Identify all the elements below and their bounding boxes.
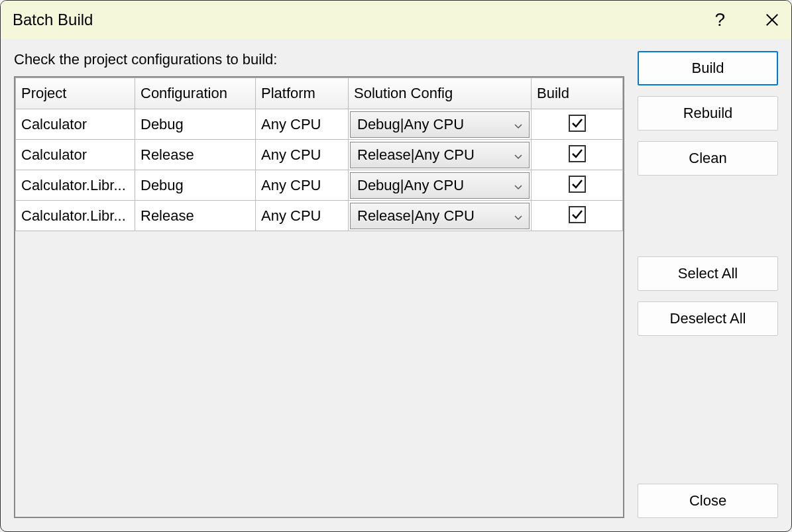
- cell-project: Calculator: [16, 140, 135, 170]
- solution-config-dropdown[interactable]: Release|Any CPU: [350, 142, 530, 168]
- cell-platform: Any CPU: [256, 170, 349, 201]
- solution-config-dropdown[interactable]: Debug|Any CPU: [350, 111, 530, 138]
- titlebar: Batch Build ?: [1, 1, 791, 39]
- batch-build-dialog: Batch Build ? Check the project configur…: [0, 0, 792, 532]
- cell-platform: Any CPU: [256, 201, 349, 231]
- table-row[interactable]: Calculator Debug Any CPU Debug|Any CPU: [16, 109, 623, 140]
- config-grid: Project Configuration Platform Solution …: [14, 76, 624, 518]
- help-icon[interactable]: ?: [714, 9, 725, 30]
- cell-project: Calculator.Libr...: [16, 201, 135, 231]
- col-header-platform[interactable]: Platform: [256, 78, 349, 109]
- chevron-down-icon: [514, 146, 522, 164]
- cell-solution-config: Debug|Any CPU: [349, 170, 532, 201]
- titlebar-controls: ?: [714, 9, 779, 30]
- cell-build: [532, 170, 623, 201]
- col-header-build[interactable]: Build: [532, 78, 623, 109]
- dropdown-value: Release|Any CPU: [357, 207, 475, 225]
- spacer: [638, 186, 778, 246]
- button-panel: Build Rebuild Clean Select All Deselect …: [638, 51, 778, 518]
- cell-project: Calculator: [16, 109, 135, 140]
- cell-build: [532, 201, 623, 231]
- close-icon[interactable]: [765, 13, 779, 27]
- solution-config-dropdown[interactable]: Release|Any CPU: [350, 203, 530, 229]
- build-checkbox[interactable]: [569, 176, 586, 193]
- cell-build: [532, 140, 623, 170]
- cell-solution-config: Debug|Any CPU: [349, 109, 532, 140]
- dialog-title: Batch Build: [13, 11, 93, 29]
- col-header-project[interactable]: Project: [16, 78, 135, 109]
- rebuild-button[interactable]: Rebuild: [638, 96, 778, 131]
- dialog-content: Check the project configurations to buil…: [1, 39, 791, 531]
- cell-solution-config: Release|Any CPU: [349, 140, 532, 170]
- dropdown-value: Release|Any CPU: [357, 146, 475, 164]
- chevron-down-icon: [514, 177, 522, 194]
- dropdown-value: Debug|Any CPU: [357, 116, 464, 133]
- table-row[interactable]: Calculator.Libr... Release Any CPU Relea…: [16, 201, 623, 231]
- cell-configuration: Release: [135, 201, 256, 231]
- table-row[interactable]: Calculator Release Any CPU Release|Any C…: [16, 140, 623, 170]
- build-checkbox[interactable]: [569, 206, 586, 223]
- left-pane: Check the project configurations to buil…: [14, 51, 624, 518]
- clean-button[interactable]: Clean: [638, 141, 778, 176]
- dropdown-value: Debug|Any CPU: [357, 177, 464, 194]
- cell-configuration: Debug: [135, 109, 256, 140]
- cell-platform: Any CPU: [256, 109, 349, 140]
- build-checkbox[interactable]: [569, 115, 586, 132]
- build-checkbox[interactable]: [569, 145, 586, 162]
- instruction-text: Check the project configurations to buil…: [14, 51, 624, 68]
- chevron-down-icon: [514, 207, 522, 225]
- cell-project: Calculator.Libr...: [16, 170, 135, 201]
- table-row[interactable]: Calculator.Libr... Debug Any CPU Debug|A…: [16, 170, 623, 201]
- cell-build: [532, 109, 623, 140]
- col-header-configuration[interactable]: Configuration: [135, 78, 256, 109]
- cell-platform: Any CPU: [256, 140, 349, 170]
- config-table: Project Configuration Platform Solution …: [15, 78, 623, 231]
- chevron-down-icon: [514, 116, 522, 133]
- build-button[interactable]: Build: [638, 51, 778, 85]
- cell-configuration: Release: [135, 140, 256, 170]
- deselect-all-button[interactable]: Deselect All: [638, 301, 778, 336]
- solution-config-dropdown[interactable]: Debug|Any CPU: [350, 172, 530, 199]
- cell-solution-config: Release|Any CPU: [349, 201, 532, 231]
- close-button[interactable]: Close: [638, 484, 778, 518]
- cell-configuration: Debug: [135, 170, 256, 201]
- select-all-button[interactable]: Select All: [638, 256, 778, 291]
- table-header-row: Project Configuration Platform Solution …: [16, 78, 623, 109]
- spacer: [638, 346, 778, 473]
- col-header-solution-config[interactable]: Solution Config: [349, 78, 532, 109]
